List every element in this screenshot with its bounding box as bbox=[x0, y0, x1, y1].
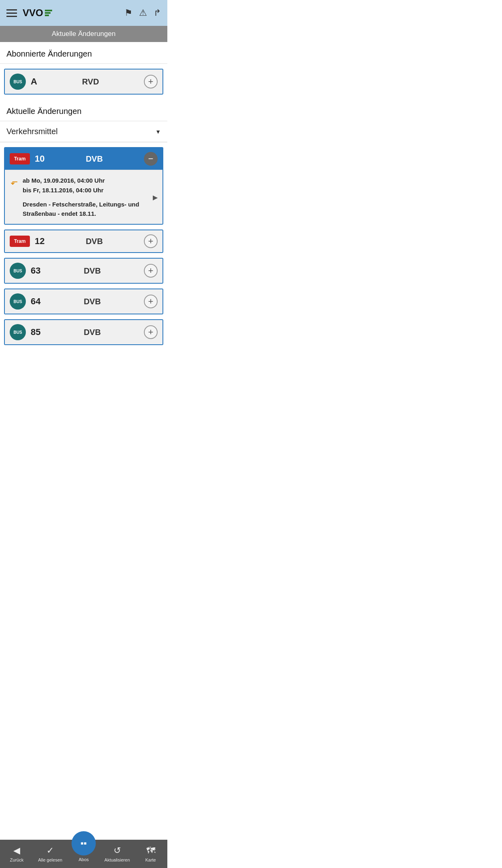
menu-button[interactable] bbox=[6, 9, 17, 17]
route-card-left-64: BUS 64 bbox=[10, 293, 40, 310]
route-card-left-10: Tram 10 bbox=[10, 153, 44, 164]
route-card-tram-10[interactable]: Tram 10 DVB − ⬐ ab Mo, 19.09.2016, 04:00… bbox=[4, 147, 163, 225]
collapse-button-10[interactable]: − bbox=[144, 152, 158, 166]
route-card-left-12: Tram 12 bbox=[10, 236, 44, 247]
expand-button-63[interactable]: + bbox=[144, 264, 158, 278]
app-header: VVO ⚑ ⚠ ↱ bbox=[0, 0, 167, 26]
route-card-header-bus-64[interactable]: BUS 64 DVB + bbox=[5, 289, 162, 314]
verkehrsmittel-dropdown[interactable]: Verkehrsmittel ▼ bbox=[0, 121, 167, 142]
page-title-bar: Aktuelle Änderungen bbox=[0, 26, 167, 42]
route-card-tram-12[interactable]: Tram 12 DVB + bbox=[4, 230, 163, 253]
vvo-text: VVO bbox=[23, 7, 43, 19]
direction-icon[interactable]: ↱ bbox=[154, 8, 161, 18]
expand-button-12[interactable]: + bbox=[144, 234, 158, 248]
current-section-title: Aktuelle Änderungen bbox=[0, 99, 167, 121]
detour-icon: ⬐ bbox=[11, 177, 18, 187]
route-number-64: 64 bbox=[31, 296, 40, 307]
expand-button-85[interactable]: + bbox=[144, 325, 158, 339]
route-dates-10: ab Mo, 19.09.2016, 04:00 Uhrbis Fr, 18.1… bbox=[23, 176, 157, 195]
route-operator-64: DVB bbox=[84, 297, 101, 306]
route-card-bus-85[interactable]: BUS 85 DVB + bbox=[4, 319, 163, 345]
route-number-10: 10 bbox=[35, 154, 44, 164]
bus-badge: BUS bbox=[10, 74, 26, 90]
route-operator-a: RVD bbox=[82, 77, 99, 86]
route-card-bus-64[interactable]: BUS 64 DVB + bbox=[4, 289, 163, 314]
subscribed-section-title: Abonnierte Änderungen bbox=[0, 42, 167, 64]
route-number-63: 63 bbox=[31, 265, 40, 276]
bus-badge-85: BUS bbox=[10, 324, 26, 340]
route-card-header-tram-12[interactable]: Tram 12 DVB + bbox=[5, 230, 162, 252]
expand-button-a[interactable]: + bbox=[144, 75, 158, 88]
route-number-12: 12 bbox=[35, 236, 44, 246]
route-card-header-bus-63[interactable]: BUS 63 DVB + bbox=[5, 259, 162, 283]
vvo-logo: VVO bbox=[23, 7, 52, 19]
route-operator-10: DVB bbox=[86, 154, 103, 164]
route-card-header-bus-a[interactable]: BUS A RVD + bbox=[5, 70, 162, 94]
warning-icon[interactable]: ⚠ bbox=[139, 8, 147, 18]
vvo-lines-decoration bbox=[45, 10, 52, 16]
route-operator-85: DVB bbox=[84, 328, 101, 337]
tram-badge-10: Tram bbox=[10, 153, 30, 164]
route-card-bus-63[interactable]: BUS 63 DVB + bbox=[4, 258, 163, 284]
route-expanded-text-10: ab Mo, 19.09.2016, 04:00 Uhrbis Fr, 18.1… bbox=[23, 176, 157, 218]
route-card-left-85: BUS 85 bbox=[10, 324, 40, 340]
route-card-header-bus-85[interactable]: BUS 85 DVB + bbox=[5, 320, 162, 344]
bus-badge-64: BUS bbox=[10, 293, 26, 310]
route-number-a: A bbox=[31, 76, 37, 87]
tram-badge-12: Tram bbox=[10, 236, 30, 247]
route-card-bus-a[interactable]: BUS A RVD + bbox=[4, 69, 163, 95]
route-expanded-10: ⬐ ab Mo, 19.09.2016, 04:00 Uhrbis Fr, 18… bbox=[5, 170, 162, 224]
route-card-left-63: BUS 63 bbox=[10, 263, 40, 279]
route-number-85: 85 bbox=[31, 327, 40, 337]
route-card-left: BUS A bbox=[10, 74, 37, 90]
expand-button-64[interactable]: + bbox=[144, 295, 158, 308]
main-content: Abonnierte Änderungen BUS A RVD + Aktuel… bbox=[0, 42, 167, 382]
chevron-right-icon: ▶ bbox=[153, 193, 158, 201]
route-operator-12: DVB bbox=[86, 237, 103, 246]
chevron-down-icon: ▼ bbox=[155, 129, 161, 135]
route-operator-63: DVB bbox=[84, 266, 101, 276]
bus-badge-63: BUS bbox=[10, 263, 26, 279]
header-left: VVO bbox=[6, 7, 52, 19]
flag-icon[interactable]: ⚑ bbox=[124, 8, 133, 18]
route-description-10: Dresden - Fetscherstraße, Leitungs- und … bbox=[23, 200, 157, 218]
header-right: ⚑ ⚠ ↱ bbox=[124, 8, 161, 18]
route-card-header-tram-10[interactable]: Tram 10 DVB − bbox=[5, 148, 162, 170]
dropdown-label: Verkehrsmittel bbox=[6, 127, 58, 136]
